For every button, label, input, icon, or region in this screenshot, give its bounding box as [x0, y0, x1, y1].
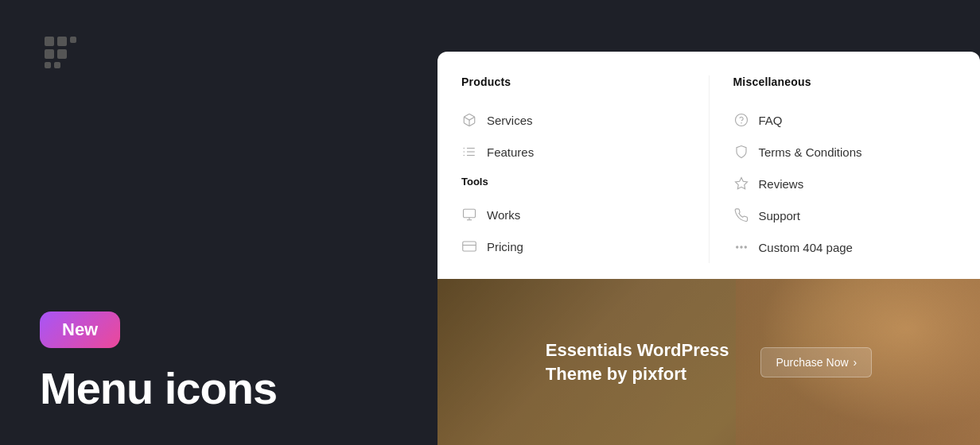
phone-icon	[733, 207, 749, 223]
hero-title: Menu icons	[40, 364, 398, 413]
banner-text: Essentials WordPress Theme by pixfort	[546, 339, 729, 385]
svg-rect-1	[57, 37, 67, 46]
menu-item-reviews-label: Reviews	[759, 177, 804, 191]
svg-rect-17	[463, 242, 476, 251]
menu-item-faq-label: FAQ	[759, 114, 783, 127]
menu-item-features[interactable]: Features	[461, 136, 685, 168]
svg-rect-0	[45, 37, 54, 46]
purchase-now-arrow: ›	[854, 356, 858, 369]
menu-column-products-tools: Products Services	[438, 75, 709, 263]
left-content: New Menu icons	[40, 312, 398, 413]
section-title-misc: Miscellaneous	[733, 75, 957, 88]
menu-item-works-label: Works	[487, 208, 520, 222]
purchase-now-label: Purchase Now	[776, 356, 848, 369]
svg-point-24	[745, 246, 746, 248]
dropdown-menu: Products Services	[438, 52, 980, 279]
banner-line1: Essentials WordPress	[546, 339, 729, 362]
help-circle-icon	[733, 112, 749, 128]
menu-item-custom-404[interactable]: Custom 404 page	[733, 231, 957, 263]
right-panel: Products Services	[438, 0, 980, 445]
logo	[40, 32, 81, 73]
menu-item-services-label: Services	[487, 114, 533, 127]
menu-item-features-label: Features	[487, 145, 534, 159]
menu-item-terms[interactable]: Terms & Conditions	[733, 136, 957, 168]
banner-line2: Theme by pixfort	[546, 362, 729, 386]
menu-item-works[interactable]: Works	[461, 199, 685, 230]
svg-rect-2	[70, 37, 76, 43]
purchase-now-button[interactable]: Purchase Now ›	[760, 347, 872, 377]
star-icon	[733, 176, 749, 192]
menu-item-reviews[interactable]: Reviews	[733, 168, 957, 199]
left-panel: New Menu icons	[0, 0, 438, 445]
menu-item-custom-404-label: Custom 404 page	[759, 241, 853, 254]
menu-item-support-label: Support	[759, 209, 801, 222]
menu-item-support[interactable]: Support	[733, 199, 957, 231]
svg-point-22	[736, 246, 737, 248]
box-icon	[461, 112, 477, 128]
card-icon	[461, 238, 477, 254]
menu-item-faq[interactable]: FAQ	[733, 104, 957, 136]
dots-icon	[733, 239, 749, 255]
section-title-products: Products	[461, 75, 685, 88]
shield-icon	[733, 144, 749, 160]
menu-item-pricing[interactable]: Pricing	[461, 230, 685, 262]
section-title-tools: Tools	[461, 176, 685, 188]
banner: Essentials WordPress Theme by pixfort Pu…	[438, 279, 980, 445]
svg-rect-14	[464, 209, 476, 218]
svg-rect-3	[45, 49, 54, 59]
menu-item-terms-label: Terms & Conditions	[759, 145, 862, 159]
banner-content: Essentials WordPress Theme by pixfort Pu…	[438, 279, 980, 445]
svg-rect-4	[57, 49, 67, 59]
list-icon	[461, 144, 477, 160]
svg-rect-5	[45, 62, 51, 68]
menu-item-services[interactable]: Services	[461, 104, 685, 136]
svg-point-23	[740, 246, 741, 248]
svg-point-19	[735, 114, 747, 126]
svg-marker-21	[735, 178, 747, 189]
menu-item-pricing-label: Pricing	[487, 240, 523, 253]
menu-column-misc: Miscellaneous FAQ Terms & Con	[709, 75, 981, 263]
new-badge: New	[40, 312, 120, 348]
svg-rect-6	[54, 62, 60, 68]
monitor-icon	[461, 207, 477, 222]
